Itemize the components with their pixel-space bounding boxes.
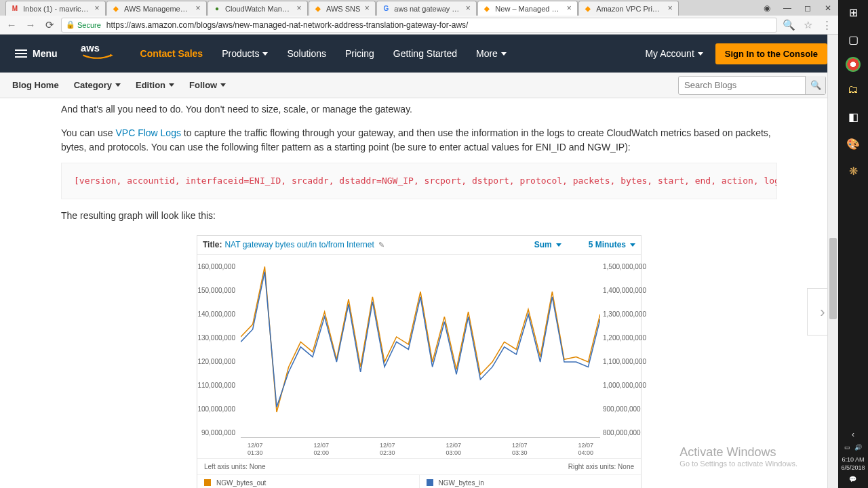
menu-button[interactable]: Menu <box>11 44 62 63</box>
aws-logo[interactable]: aws <box>81 42 116 66</box>
follow-dropdown[interactable]: Follow <box>189 80 226 90</box>
y-axis-right: 1,500,000,0001,400,000,0001,300,000,0001… <box>600 262 641 438</box>
nav-products[interactable]: Products <box>222 48 268 59</box>
windows-taskbar: ⊞ ▢ 🗂 ◧ 🎨 ❋ ‹ ▭ 🔊 6:10 AM 6/5/2018 💬 <box>838 0 868 488</box>
stat-label: Sum <box>534 239 552 251</box>
blog-content: And that's all you need to do. You don't… <box>0 98 838 488</box>
action-center-icon[interactable]: 💬 <box>841 476 865 484</box>
tab-close-icon[interactable]: × <box>464 5 472 13</box>
y-tick: 120,000,000 <box>197 357 235 367</box>
chart-title-prefix: Title: <box>203 239 222 251</box>
edition-dropdown[interactable]: Edition <box>136 80 174 90</box>
blog-home-link[interactable]: Blog Home <box>12 80 59 90</box>
paint-icon[interactable]: 🎨 <box>844 134 863 153</box>
app-icon-2[interactable]: ❋ <box>844 161 863 180</box>
x-tick: 12/0701:30 <box>248 442 263 457</box>
reload-button[interactable]: ⟳ <box>42 18 57 33</box>
forward-button[interactable]: → <box>23 18 38 33</box>
y-tick: 140,000,000 <box>197 309 235 319</box>
search-button[interactable]: 🔍 <box>805 76 825 94</box>
nav-pricing[interactable]: Pricing <box>345 48 374 59</box>
page-scrollbar[interactable] <box>827 35 838 488</box>
app-icon[interactable]: ◧ <box>844 107 863 126</box>
nav-more[interactable]: More <box>476 48 507 59</box>
nav-products-label: Products <box>222 48 259 59</box>
caret-down-icon <box>220 83 226 87</box>
x-tick: 12/0702:30 <box>380 442 395 457</box>
tab-close-icon[interactable]: × <box>666 5 674 13</box>
secure-label: Secure <box>77 21 101 29</box>
tab-close-icon[interactable]: × <box>194 5 202 13</box>
browser-tab[interactable]: ◆New – Managed NAT (× <box>477 1 578 16</box>
browser-tab[interactable]: ●CloudWatch Managem× <box>208 1 308 16</box>
tab-close-icon[interactable]: × <box>93 5 101 13</box>
blog-subheader: Blog Home Category Edition Follow 🔍 <box>0 73 838 98</box>
nav-contact-sales[interactable]: Contact Sales <box>140 48 203 59</box>
volume-icon[interactable]: 🔊 <box>854 444 862 452</box>
chart-body: 160,000,000150,000,000140,000,000130,000… <box>197 255 641 458</box>
paragraph: And that's all you need to do. You don't… <box>61 102 777 117</box>
period-selector[interactable]: 5 Minutes <box>589 239 635 251</box>
address-bar[interactable]: 🔒 Secure https://aws.amazon.com/blogs/aw… <box>61 18 777 33</box>
paragraph: You can use VPC Flow Logs to capture the… <box>61 126 777 155</box>
tray-expand-icon[interactable]: ‹ <box>841 430 865 441</box>
vpc-flow-logs-link[interactable]: VPC Flow Logs <box>115 127 180 138</box>
tab-close-icon[interactable]: × <box>565 5 573 13</box>
follow-label: Follow <box>189 80 217 90</box>
browser-tab[interactable]: MInbox (1) - mavrick202× <box>5 1 106 16</box>
tab-close-icon[interactable]: × <box>295 5 303 13</box>
tab-favicon-icon: ◆ <box>111 4 121 14</box>
browser-tab[interactable]: ◆Amazon VPC Pricing× <box>578 1 679 16</box>
browser-toolbar: ← → ⟳ 🔒 Secure https://aws.amazon.com/bl… <box>0 16 838 35</box>
right-axis-units: Right axis units: None <box>568 462 634 472</box>
x-tick: 12/0703:00 <box>446 442 461 457</box>
legend-swatch-icon <box>427 479 433 486</box>
back-button[interactable]: ← <box>4 18 19 33</box>
search-input[interactable] <box>679 80 805 90</box>
window-controls: ◉ — ◻ ✕ <box>757 0 838 16</box>
nav-solutions[interactable]: Solutions <box>287 48 326 59</box>
bookmark-star-icon[interactable]: ☆ <box>800 18 815 33</box>
chrome-taskbar-icon[interactable] <box>846 57 861 72</box>
start-button[interactable]: ⊞ <box>844 3 863 22</box>
legend-item-in[interactable]: NGW_bytes_in <box>420 474 642 489</box>
user-icon[interactable]: ◉ <box>757 1 777 15</box>
y-tick: 900,000,000 <box>603 404 641 414</box>
tab-favicon-icon: ◆ <box>482 4 492 14</box>
menu-dots-icon[interactable]: ⋮ <box>819 18 834 33</box>
caret-down-icon <box>115 83 121 87</box>
my-account-dropdown[interactable]: My Account <box>645 48 703 59</box>
chart-title[interactable]: NAT gateway bytes out/in to/from Interne… <box>224 239 374 251</box>
browser-tab[interactable]: ◆AWS Management Con× <box>106 1 207 16</box>
category-label: Category <box>74 80 112 90</box>
file-explorer-icon[interactable]: 🗂 <box>844 80 863 99</box>
edit-icon[interactable]: ✎ <box>378 239 384 251</box>
network-icon[interactable]: ▭ <box>844 444 850 452</box>
category-dropdown[interactable]: Category <box>74 80 121 90</box>
text: You can use <box>61 127 115 138</box>
caret-down-icon <box>556 243 561 247</box>
statistic-selector[interactable]: Sum <box>534 239 561 251</box>
clock-date[interactable]: 6/5/2018 <box>841 464 865 472</box>
maximize-button[interactable]: ◻ <box>797 1 818 15</box>
y-tick: 1,300,000,000 <box>603 309 641 319</box>
chevron-right-icon: › <box>820 301 825 323</box>
tab-favicon-icon: ● <box>212 4 222 14</box>
browser-tab[interactable]: Gaws nat gateway pricin× <box>376 1 477 16</box>
tab-close-icon[interactable]: × <box>363 5 371 13</box>
system-tray[interactable]: ‹ ▭ 🔊 6:10 AM 6/5/2018 💬 <box>841 430 865 484</box>
legend-item-out[interactable]: NGW_bytes_out <box>197 474 420 489</box>
sign-in-button[interactable]: Sign In to the Console <box>715 43 827 64</box>
y-axis-left: 160,000,000150,000,000140,000,000130,000… <box>197 262 238 438</box>
tab-title: aws nat gateway pricin <box>394 5 461 13</box>
close-window-button[interactable]: ✕ <box>818 1 838 15</box>
task-view-icon[interactable]: ▢ <box>844 30 863 49</box>
browser-tab[interactable]: ◆AWS SNS× <box>309 1 376 16</box>
tab-favicon-icon: ◆ <box>313 4 323 14</box>
plot-area <box>241 262 600 438</box>
clock-time[interactable]: 6:10 AM <box>841 456 865 464</box>
zoom-icon[interactable]: 🔍 <box>781 18 796 33</box>
minimize-button[interactable]: — <box>777 1 797 15</box>
scrollbar-thumb[interactable] <box>829 238 837 319</box>
nav-getting-started[interactable]: Getting Started <box>393 48 457 59</box>
